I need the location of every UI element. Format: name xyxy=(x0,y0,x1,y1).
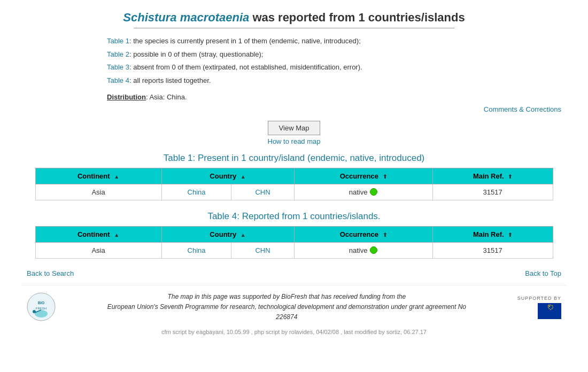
table1-chn-link[interactable]: CHN xyxy=(255,188,270,196)
table4-text: : all reports listed together. xyxy=(129,76,211,84)
comments-corrections-section: Comments & Corrections xyxy=(21,105,561,113)
occurrence-sort-icon[interactable]: ⬆ xyxy=(383,174,387,180)
table1: Continent ▲ Country ▲ Occurrence ⬆ Main … xyxy=(35,168,553,200)
view-map-section: View Map xyxy=(21,121,567,135)
footer-script: cfm script by eagbayani, 10.05.99 , php … xyxy=(21,326,567,339)
footer-nav: Back to Search Back to Top xyxy=(27,269,561,277)
table1-col-continent: Continent ▲ xyxy=(35,168,161,184)
table1-title: Table 1: Present in 1 country/island (en… xyxy=(21,153,567,164)
table4-chn-link[interactable]: CHN xyxy=(255,246,270,254)
table4-section: Table 4: Reported from 1 countries/islan… xyxy=(21,211,567,259)
table-link-4: Table 4: all reports listed together. xyxy=(107,74,567,88)
table-link-1: Table 1: the species is currently presen… xyxy=(107,35,567,48)
table1-row1-country: China xyxy=(161,184,231,200)
table3-link[interactable]: Table 3 xyxy=(107,63,129,71)
biofresh-logo: BIO FRESH xyxy=(27,292,56,322)
table4-link[interactable]: Table 4 xyxy=(107,76,129,84)
table2-link[interactable]: Table 2 xyxy=(107,50,129,58)
how-to-read-link[interactable]: How to read map xyxy=(268,137,321,145)
distribution-section: Distribution: Asia: China. xyxy=(107,93,567,101)
footer-text: The map in this page was supported by Bi… xyxy=(65,292,509,323)
table-links: Table 1: the species is currently presen… xyxy=(107,35,567,88)
table1-header-row: Continent ▲ Country ▲ Occurrence ⬆ Main … xyxy=(35,168,553,184)
table4-row1-continent: Asia xyxy=(35,242,161,258)
title-divider xyxy=(134,28,454,28)
table-link-3: Table 3: absent from 0 of them (extirpat… xyxy=(107,61,567,74)
svg-point-3 xyxy=(35,310,48,317)
svg-text:BIO: BIO xyxy=(38,301,45,305)
distribution-value: : Asia: China. xyxy=(146,93,187,101)
table4: Continent ▲ Country ▲ Occurrence ⬆ Main … xyxy=(35,226,553,259)
table1-row1-continent: Asia xyxy=(35,184,161,200)
title-suffix: was reported from 1 countries/islands xyxy=(249,11,465,24)
title-section: Schistura macrotaenia was reported from … xyxy=(21,11,567,28)
footer-text-line2: European Union's Seventh Programme for r… xyxy=(107,303,466,311)
t4-mainref-sort-icon[interactable]: ⬆ xyxy=(508,232,512,238)
footer-supported: SUPPORTED BY xyxy=(517,296,561,319)
country-sort-icon[interactable]: ▲ xyxy=(241,174,246,180)
table-row: Asia China CHN native 31517 xyxy=(35,184,553,200)
table4-row1-occurrence: native xyxy=(294,242,432,258)
table1-section: Table 1: Present in 1 country/island (en… xyxy=(21,153,567,200)
table2-text: : possible in 0 of them (stray, question… xyxy=(129,50,264,58)
table1-col-mainref: Main Ref. ⬆ xyxy=(432,168,553,184)
table1-text: : the species is currently present in 1 … xyxy=(129,37,361,45)
t4-native-green-dot xyxy=(370,246,377,254)
view-map-button[interactable]: View Map xyxy=(268,121,321,135)
eu-flag-icon xyxy=(538,303,561,319)
table1-china-link[interactable]: China xyxy=(188,188,206,196)
back-to-search-link[interactable]: Back to Search xyxy=(27,269,74,277)
table1-row1-code: CHN xyxy=(231,184,294,200)
back-to-top-link[interactable]: Back to Top xyxy=(525,269,561,277)
supported-by-label: SUPPORTED BY xyxy=(517,296,561,301)
table4-col-country: Country ▲ xyxy=(161,226,294,242)
table4-col-mainref: Main Ref. ⬆ xyxy=(432,226,553,242)
table4-title: Table 4: Reported from 1 countries/islan… xyxy=(21,211,567,222)
table1-row1-mainref: 31517 xyxy=(432,184,553,200)
mainref-sort-icon[interactable]: ⬆ xyxy=(508,174,512,180)
footer-text-line3: 226874 xyxy=(276,313,297,321)
page-title: Schistura macrotaenia was reported from … xyxy=(21,11,567,25)
footer-banner: BIO FRESH The map in this page was suppo… xyxy=(21,285,567,326)
table1-link[interactable]: Table 1 xyxy=(107,37,129,45)
distribution-label: Distribution xyxy=(107,93,146,101)
table4-row1-country: China xyxy=(161,242,231,258)
native-green-dot xyxy=(370,188,377,196)
table3-text: : absent from 0 of them (extirpated, not… xyxy=(129,63,362,71)
footer-text-line1: The map in this page was supported by Bi… xyxy=(168,293,406,300)
comments-corrections-link[interactable]: Comments & Corrections xyxy=(484,105,561,113)
table4-row1-mainref: 31517 xyxy=(432,242,553,258)
table4-row1-code: CHN xyxy=(231,242,294,258)
table4-col-occurrence: Occurrence ⬆ xyxy=(294,226,432,242)
occurrence-label: native xyxy=(349,188,368,196)
table1-col-country: Country ▲ xyxy=(161,168,294,184)
page-container: Schistura macrotaenia was reported from … xyxy=(0,0,588,350)
table4-col-continent: Continent ▲ xyxy=(35,226,161,242)
t4-continent-sort-icon[interactable]: ▲ xyxy=(114,232,119,238)
table-row: Asia China CHN native 31517 xyxy=(35,242,553,258)
table-link-2: Table 2: possible in 0 of them (stray, q… xyxy=(107,48,567,61)
table4-china-link[interactable]: China xyxy=(188,246,206,254)
species-name: Schistura macrotaenia xyxy=(123,11,249,24)
svg-point-5 xyxy=(33,310,36,313)
t4-occurrence-sort-icon[interactable]: ⬆ xyxy=(383,232,387,238)
svg-text:FRESH: FRESH xyxy=(36,307,47,310)
t4-occurrence-label: native xyxy=(349,246,368,254)
table4-header-row: Continent ▲ Country ▲ Occurrence ⬆ Main … xyxy=(35,226,553,242)
table1-col-occurrence: Occurrence ⬆ xyxy=(294,168,432,184)
table1-row1-occurrence: native xyxy=(294,184,432,200)
continent-sort-icon[interactable]: ▲ xyxy=(114,174,119,180)
how-to-read-section: How to read map xyxy=(21,137,567,145)
t4-country-sort-icon[interactable]: ▲ xyxy=(241,232,246,238)
